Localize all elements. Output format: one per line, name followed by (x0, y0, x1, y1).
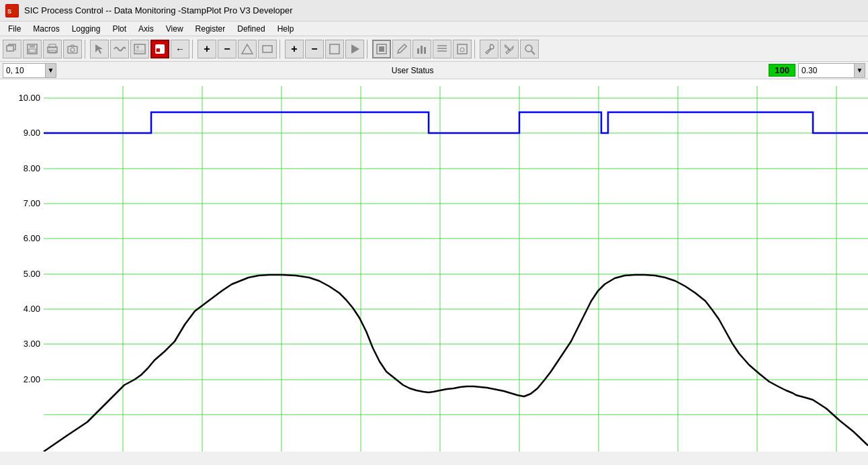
menu-logging[interactable]: Logging (67, 23, 106, 35)
svg-rect-27 (458, 44, 467, 54)
svg-text:9.00: 9.00 (24, 128, 40, 138)
svg-rect-5 (29, 49, 36, 52)
menu-macros[interactable]: Macros (28, 23, 64, 35)
record-button[interactable] (372, 40, 391, 58)
chart-area: 10.00 9.00 8.00 7.00 6.00 5.00 4.00 3.00… (0, 79, 868, 452)
window-title: SIC Process Control -- Data Monitoring -… (24, 5, 293, 15)
stop-button[interactable]: ■ (150, 40, 169, 58)
svg-rect-16 (263, 46, 272, 52)
print-button[interactable] (43, 40, 62, 58)
status-bar: 0, 10 ▼ User Status 100 0.30 ▼ (0, 62, 868, 79)
svg-text:4.00: 4.00 (24, 304, 40, 314)
pen-button[interactable] (392, 40, 411, 58)
axis-select[interactable]: 0, 10 ▼ (3, 63, 56, 78)
menu-bar: File Macros Logging Plot Axis View Regis… (0, 22, 868, 36)
svg-text:8.00: 8.00 (24, 163, 40, 173)
svg-text:2.00: 2.00 (24, 374, 40, 384)
svg-point-28 (460, 48, 464, 52)
svg-line-30 (531, 51, 535, 54)
rect-button[interactable] (258, 40, 277, 58)
box-button[interactable] (325, 40, 344, 58)
play-button[interactable] (345, 40, 364, 58)
triangle-button[interactable] (238, 40, 257, 58)
menu-defined[interactable]: Defined (232, 23, 270, 35)
open-button[interactable] (3, 40, 21, 58)
svg-rect-4 (30, 44, 35, 48)
zoom-in-button[interactable]: + (198, 40, 216, 58)
wrench-button[interactable] (500, 40, 519, 58)
app-icon: S (5, 4, 19, 17)
toolbar: ■ ← + − + − (0, 36, 868, 62)
svg-text:5.00: 5.00 (24, 269, 40, 279)
chart2-button[interactable] (413, 40, 431, 58)
svg-rect-20 (379, 46, 384, 52)
minus2-button[interactable]: − (305, 40, 324, 58)
tool-button[interactable] (480, 40, 498, 58)
svg-text:6.00: 6.00 (24, 233, 40, 243)
svg-rect-17 (330, 44, 339, 54)
title-bar: S SIC Process Control -- Data Monitoring… (0, 0, 868, 22)
zoom-out-button[interactable]: − (218, 40, 236, 58)
svg-text:S: S (7, 8, 11, 15)
axis-value: 0, 10 (3, 66, 45, 75)
counter-badge: 100 (769, 64, 795, 77)
wave-button[interactable] (110, 40, 129, 58)
save-button[interactable] (23, 40, 42, 58)
svg-text:■: ■ (156, 46, 161, 54)
svg-point-12 (136, 46, 139, 48)
svg-rect-2 (7, 46, 13, 51)
rate-dropdown-arrow[interactable]: ▼ (854, 64, 865, 77)
camera-button[interactable] (63, 40, 82, 58)
floppy-button[interactable] (453, 40, 472, 58)
list-button[interactable] (433, 40, 451, 58)
user-status-label: User Status (59, 66, 766, 75)
svg-text:7.00: 7.00 (24, 198, 40, 208)
svg-rect-22 (421, 46, 423, 54)
zoom-search-button[interactable] (520, 40, 539, 58)
menu-plot[interactable]: Plot (107, 23, 132, 35)
svg-text:3.00: 3.00 (24, 339, 40, 349)
menu-axis[interactable]: Axis (133, 23, 159, 35)
svg-marker-15 (242, 44, 253, 54)
svg-rect-31 (0, 79, 868, 452)
svg-marker-18 (351, 44, 359, 54)
chart-svg: 10.00 9.00 8.00 7.00 6.00 5.00 4.00 3.00… (0, 79, 868, 452)
svg-point-29 (525, 45, 532, 52)
svg-text:10.00: 10.00 (18, 93, 40, 103)
menu-file[interactable]: File (3, 23, 26, 35)
pointer-button[interactable] (90, 40, 109, 58)
svg-rect-21 (417, 48, 419, 54)
svg-rect-23 (424, 47, 426, 54)
rate-select[interactable]: 0.30 ▼ (798, 63, 865, 78)
axis-dropdown-arrow[interactable]: ▼ (45, 64, 56, 77)
menu-help[interactable]: Help (272, 23, 300, 35)
image-button[interactable] (130, 40, 149, 58)
rate-value: 0.30 (799, 66, 854, 75)
menu-view[interactable]: View (161, 23, 189, 35)
svg-point-10 (71, 48, 75, 52)
menu-register[interactable]: Register (190, 23, 231, 35)
plus2-button[interactable]: + (285, 40, 304, 58)
back-button[interactable]: ← (171, 40, 189, 58)
